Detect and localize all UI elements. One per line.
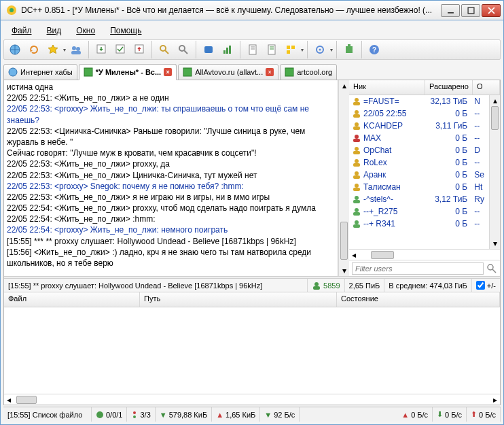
chat-scrollbar[interactable]: ▴ ▾: [338, 80, 349, 276]
svg-rect-38: [183, 68, 192, 76]
settings-button[interactable]: [311, 41, 329, 58]
user-row[interactable]: 22/05 22:550 Б--: [349, 107, 489, 120]
svg-rect-39: [285, 68, 293, 76]
user-row[interactable]: --+ R3410 Б--: [349, 218, 489, 230]
svg-rect-18: [223, 50, 226, 54]
favorites-button[interactable]: [44, 41, 62, 58]
svg-rect-49: [353, 151, 360, 154]
user-o: --: [471, 109, 489, 118]
reconnect-button[interactable]: [25, 41, 43, 58]
close-icon[interactable]: ×: [164, 68, 172, 76]
dl-hscroll[interactable]: ◂▸: [4, 394, 500, 405]
traffic-icon: [131, 411, 138, 419]
svg-rect-20: [229, 46, 231, 54]
svg-point-15: [179, 46, 185, 51]
maximize-button[interactable]: [461, 4, 480, 17]
user-row[interactable]: =FAUST=32,13 ТиБN: [349, 95, 489, 107]
infobar-checkbox[interactable]: [476, 281, 485, 290]
col-state[interactable]: Состояние: [337, 292, 500, 307]
close-button[interactable]: [482, 4, 501, 17]
public-hubs-button[interactable]: [6, 41, 24, 58]
download-queue-button[interactable]: [92, 41, 110, 58]
plugin-button[interactable]: [340, 41, 358, 58]
svg-rect-9: [71, 51, 81, 54]
col-path[interactable]: Путь: [140, 292, 337, 307]
hub-icon: [84, 67, 93, 77]
filelist-button[interactable]: [282, 41, 300, 58]
users-icon: [312, 281, 321, 290]
scroll-down-icon[interactable]: ▾: [490, 238, 500, 249]
svg-rect-37: [84, 68, 92, 76]
chat-line: 22/05 22:53: <proxxy> Жить_не_по_лжи: ты…: [7, 103, 335, 125]
finished-dl-button[interactable]: [111, 41, 129, 58]
tab-hub-mileny[interactable]: *У Милены* - Вс... ×: [79, 64, 177, 80]
svg-rect-11: [116, 45, 124, 53]
status-seg2: 3/3: [127, 407, 155, 422]
svg-rect-65: [313, 286, 320, 290]
filter-users-input[interactable]: [352, 262, 484, 275]
user-row[interactable]: -^stels^-3,12 ТиБRy: [349, 193, 489, 205]
svg-rect-43: [353, 114, 360, 118]
svg-point-66: [96, 411, 103, 418]
user-o: N: [471, 97, 489, 106]
statusbar: [15:55] Список файло 0/0/1 3/3 ▼579,88 К…: [3, 407, 501, 422]
search-button[interactable]: [156, 41, 173, 58]
user-nick: -^stels^-: [363, 194, 393, 204]
finished-ul-button[interactable]: [130, 41, 148, 58]
col-o[interactable]: О: [473, 80, 500, 95]
col-file[interactable]: Файл: [4, 292, 140, 307]
user-row[interactable]: KCAHDEP3,11 ГиБ--: [349, 120, 489, 132]
userlist-scrollbar[interactable]: ▴ ▾: [489, 95, 500, 249]
user-row[interactable]: --+_R2750 Б--: [349, 205, 489, 218]
user-row[interactable]: OpChat0 БD: [349, 144, 489, 156]
svg-rect-57: [353, 200, 360, 203]
stats-button[interactable]: [219, 41, 236, 58]
user-row[interactable]: Талисман0 БHt: [349, 181, 489, 193]
user-row[interactable]: RoLex0 Б--: [349, 156, 489, 169]
user-shared: 32,13 ТиБ: [425, 97, 471, 106]
scroll-up-icon[interactable]: ▴: [490, 95, 500, 106]
svg-point-62: [488, 265, 493, 270]
user-o: --: [471, 219, 489, 228]
search-icon[interactable]: [486, 263, 497, 274]
help-button[interactable]: ?: [365, 41, 383, 58]
tab-hub-artcool[interactable]: artcool.org: [280, 64, 337, 80]
svg-rect-21: [249, 45, 256, 54]
user-shared: 0 Б: [425, 170, 471, 180]
menu-help[interactable]: Помощь: [103, 24, 148, 37]
col-nick[interactable]: Ник: [349, 80, 425, 95]
tab-hub-allavtovo[interactable]: AllAvtovo.ru (allavt... ×: [178, 64, 278, 80]
tab-public-hubs[interactable]: Интернет хабы: [3, 64, 77, 80]
close-icon[interactable]: ×: [266, 68, 274, 76]
notepad-button[interactable]: [244, 41, 262, 58]
menu-window[interactable]: Окно: [69, 24, 102, 37]
user-o: --: [471, 207, 489, 216]
svg-point-58: [355, 208, 359, 212]
svg-rect-24: [268, 45, 275, 54]
user-row[interactable]: MAX0 Б--: [349, 132, 489, 144]
user-list[interactable]: =FAUST=32,13 ТиБN22/05 22:550 Б--KCAHDEP…: [349, 95, 489, 249]
scroll-up-icon[interactable]: ▴: [339, 80, 349, 91]
fav-users-button[interactable]: [67, 41, 85, 58]
user-row[interactable]: Аранк0 БSe: [349, 169, 489, 181]
user-gold-icon: [352, 158, 361, 167]
svg-line-16: [184, 50, 187, 54]
dl-body[interactable]: [4, 307, 500, 394]
menu-file[interactable]: Файл: [5, 24, 39, 37]
chat-log[interactable]: истина одна22/05 22:51: <Жить_не_по_лжи>…: [4, 80, 338, 276]
infobar-check[interactable]: +/-: [472, 279, 500, 292]
svg-rect-32: [346, 46, 353, 53]
svg-rect-41: [353, 102, 360, 105]
hub-infobar: [15:55] ** proxxy слушает: Hollywood Und…: [4, 279, 500, 292]
spy-button[interactable]: [200, 41, 217, 58]
scroll-down-icon[interactable]: ▾: [339, 265, 349, 276]
status-msg: [15:55] Список файло: [3, 407, 92, 422]
log-button[interactable]: [263, 41, 281, 58]
app-icon: [6, 5, 17, 16]
userlist-hscroll[interactable]: ◂: [349, 249, 500, 260]
adl-search-button[interactable]: [175, 41, 192, 58]
minimize-button[interactable]: [441, 4, 460, 17]
col-shared[interactable]: Расшарено: [425, 80, 473, 95]
menu-view[interactable]: Вид: [40, 24, 69, 37]
svg-point-46: [355, 135, 359, 139]
